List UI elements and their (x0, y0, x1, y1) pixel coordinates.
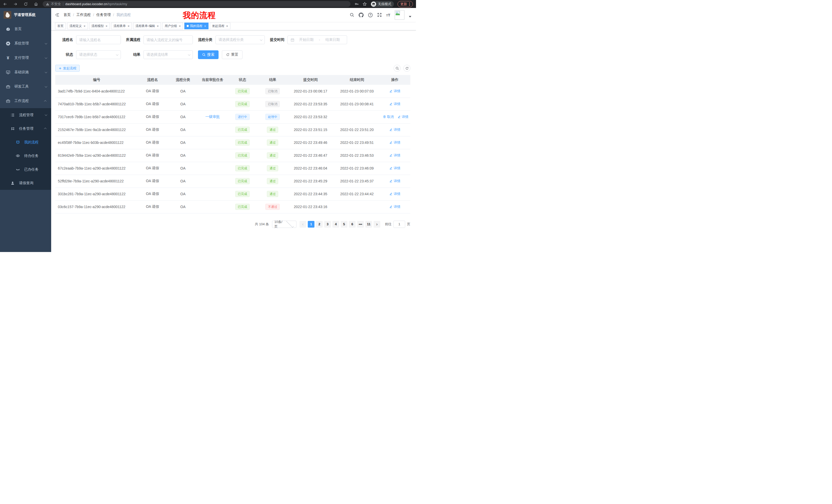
result-select[interactable]: 请选择流结果 (144, 50, 193, 59)
detail-action-link[interactable]: 详情 (389, 140, 400, 145)
tab-user-group[interactable]: 用户分组× (162, 23, 183, 29)
chrome-update-button[interactable]: 更新 (397, 1, 413, 7)
key-icon[interactable] (355, 2, 359, 6)
process-table: 编号流程名流程分类当前审批任务状态结果提交时间结束时间操作 3ad174fb-7… (55, 75, 410, 214)
detail-action-link[interactable]: 详情 (389, 89, 400, 93)
tab-start-process[interactable]: 发起流程× (210, 23, 231, 29)
detail-action-link[interactable]: 详情 (389, 166, 400, 171)
status-badge: 已完成 (235, 127, 250, 133)
address-bar[interactable]: 不安全 dashboard.yudao.iocoder.cn/bpm/task/… (43, 1, 350, 7)
sidebar-item-dev-tools[interactable]: 研发工具 (0, 79, 51, 94)
page-button-4[interactable]: 4 (333, 221, 339, 228)
tab-process-model[interactable]: 流程模型× (89, 23, 110, 29)
table-row: 52ffd28e-7b9a-11ec-a290-acde48001122OA 请… (55, 175, 410, 188)
prev-page-button[interactable]: ‹ (300, 221, 306, 228)
detail-action-link[interactable]: 详情 (389, 102, 400, 106)
close-icon[interactable]: × (204, 24, 206, 28)
hamburger-icon[interactable] (55, 12, 59, 17)
filter-label-name: 流程名 (55, 37, 76, 42)
close-icon[interactable]: × (83, 24, 86, 28)
reload-icon[interactable] (24, 2, 28, 6)
toggle-search-button[interactable] (394, 65, 400, 72)
back-icon[interactable] (3, 2, 7, 6)
category-select[interactable]: 请选择流程分类 (215, 35, 265, 44)
avatar-caret-icon[interactable] (409, 16, 411, 18)
process-name-input[interactable] (76, 35, 121, 44)
sidebar-item-system-management[interactable]: 系统管理 (0, 36, 51, 51)
breadcrumb-item[interactable]: 首页 (63, 12, 71, 17)
page-button-5[interactable]: 5 (341, 221, 347, 228)
sidebar-item-payment-management[interactable]: ¥支付管理 (0, 51, 51, 65)
more-pages-button[interactable]: ••• (357, 221, 364, 228)
cancel-action-link[interactable]: 取消 (383, 115, 394, 119)
page-button-11[interactable]: 11 (365, 221, 372, 228)
page-size-select[interactable]: 10条/页 (272, 221, 296, 228)
avatar[interactable] (395, 10, 405, 20)
tab-process-definition[interactable]: 流程定义× (67, 23, 88, 29)
task-link[interactable]: 一级审批 (205, 115, 220, 119)
cell-end-time: 2022-01-22 23:49:51 (335, 136, 380, 149)
font-size-icon[interactable]: TT (386, 13, 390, 17)
help-icon[interactable]: ? (368, 12, 373, 18)
kebab-menu-icon[interactable] (409, 2, 410, 6)
detail-action-link[interactable]: 详情 (389, 153, 400, 158)
start-process-button[interactable]: 发起流程 (55, 65, 80, 72)
sidebar-logo[interactable]: 芋道管理系统 (0, 8, 51, 22)
goto-page-input[interactable] (393, 221, 405, 228)
status-select[interactable]: 请选择状态 (76, 50, 121, 59)
home-icon[interactable] (34, 2, 38, 6)
sidebar-item-leave-query[interactable]: 请假查询 (0, 176, 51, 190)
filter-row-2: 状态 请选择状态 结果 请选择流结果 搜索 (55, 50, 410, 59)
breadcrumb-item[interactable]: 任务管理 (97, 12, 111, 17)
sidebar-item-home[interactable]: 首页 (0, 22, 51, 36)
cell-result: 通过 (259, 149, 286, 162)
search-icon[interactable] (350, 12, 354, 17)
page-button-6[interactable]: 6 (349, 221, 356, 228)
cell-process-name: OA 请假 (138, 123, 167, 136)
fullscreen-icon[interactable] (377, 12, 382, 17)
close-icon[interactable]: × (106, 24, 108, 28)
page-button-3[interactable]: 3 (324, 221, 331, 228)
forward-icon[interactable] (14, 2, 18, 6)
submit-time-range-picker[interactable]: 开始日期 - 结束日期 (287, 35, 347, 44)
reset-button[interactable]: 重置 (222, 50, 242, 59)
sidebar-item-todo-tasks[interactable]: 待办任务 (0, 149, 51, 163)
breadcrumb-item[interactable]: 工作流程 (76, 12, 91, 17)
result-badge: 通过 (267, 165, 278, 171)
cell-category: OA (167, 123, 199, 136)
detail-action-link[interactable]: 详情 (389, 204, 400, 209)
tab-home[interactable]: 首页 (55, 23, 66, 29)
tab-process-form[interactable]: 流程表单× (111, 23, 132, 29)
process-definition-input[interactable] (144, 35, 193, 44)
close-icon[interactable]: × (157, 24, 159, 28)
page-button-1[interactable]: 1 (308, 221, 314, 228)
flow-icon (10, 127, 15, 131)
sidebar-item-done-tasks[interactable]: 已办任务 (0, 163, 51, 176)
tab-my-process[interactable]: 我的流程× (184, 23, 209, 29)
detail-action-link[interactable]: 详情 (389, 128, 400, 132)
close-icon[interactable]: × (179, 24, 181, 28)
cell-actions: 详情 (380, 200, 410, 213)
search-button[interactable]: 搜索 (198, 50, 218, 59)
sidebar-item-task-management[interactable]: 任务管理 (0, 122, 51, 135)
sidebar-item-process-management[interactable]: 流程管理 (0, 108, 51, 122)
tab-process-form-edit[interactable]: 流程表单-编辑× (133, 23, 161, 29)
sidebar-item-workflow[interactable]: 工作流程 (0, 94, 51, 108)
close-icon[interactable]: × (128, 24, 130, 28)
sidebar-item-my-process[interactable]: 我的流程 (0, 135, 51, 149)
not-secure-warning-icon[interactable] (46, 2, 49, 6)
cell-id: 3ad174fb-7b9d-11ec-8404-acde48001122 (55, 85, 138, 97)
sidebar-item-infrastructure[interactable]: 基础设施 (0, 65, 51, 79)
table-toolbar: 发起流程 (55, 65, 410, 72)
detail-action-link[interactable]: 详情 (389, 179, 400, 184)
cell-current-task (199, 188, 226, 200)
detail-action-link[interactable]: 详情 (389, 192, 400, 196)
result-badge: 已取消 (265, 88, 280, 94)
bookmark-star-icon[interactable] (363, 2, 367, 6)
refresh-table-button[interactable] (404, 65, 410, 72)
close-icon[interactable]: × (226, 24, 228, 28)
next-page-button[interactable]: › (373, 221, 380, 228)
page-button-2[interactable]: 2 (316, 221, 323, 228)
github-icon[interactable] (359, 12, 364, 18)
detail-action-link[interactable]: 详情 (397, 115, 409, 119)
